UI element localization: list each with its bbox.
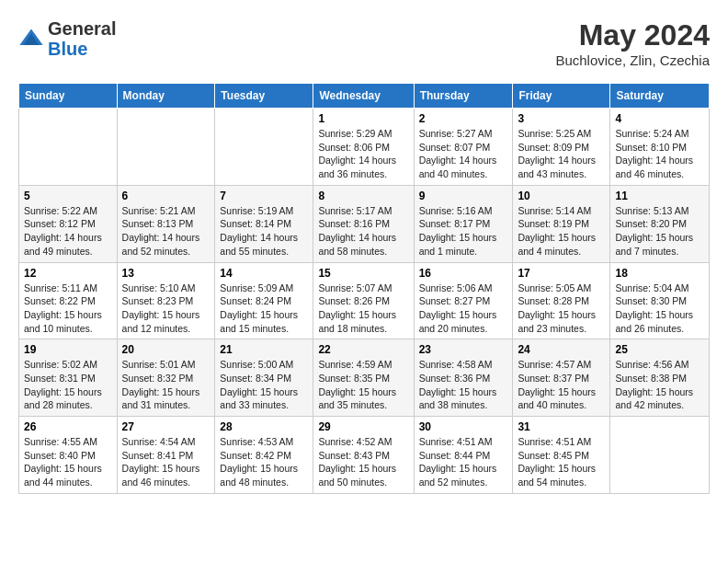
calendar-week-row: 5Sunrise: 5:22 AM Sunset: 8:12 PM Daylig…	[19, 185, 710, 262]
calendar-day-cell: 14Sunrise: 5:09 AM Sunset: 8:24 PM Dayli…	[215, 262, 313, 339]
day-number: 27	[122, 420, 210, 433]
day-number: 14	[220, 267, 308, 280]
day-number: 26	[24, 420, 112, 433]
day-info: Sunrise: 5:27 AM Sunset: 8:07 PM Dayligh…	[419, 127, 508, 181]
calendar-week-row: 26Sunrise: 4:55 AM Sunset: 8:40 PM Dayli…	[19, 417, 710, 494]
calendar-day-cell: 10Sunrise: 5:14 AM Sunset: 8:19 PM Dayli…	[513, 185, 610, 262]
calendar-day-cell: 16Sunrise: 5:06 AM Sunset: 8:27 PM Dayli…	[414, 262, 513, 339]
title-block: May 2024 Buchlovice, Zlin, Czechia	[555, 18, 710, 68]
day-number: 21	[220, 343, 308, 356]
calendar-day-cell: 29Sunrise: 4:52 AM Sunset: 8:43 PM Dayli…	[313, 417, 414, 494]
day-number: 28	[220, 420, 308, 433]
day-number: 23	[419, 343, 508, 356]
day-number: 6	[122, 190, 210, 202]
calendar-week-row: 1Sunrise: 5:29 AM Sunset: 8:06 PM Daylig…	[19, 109, 710, 186]
day-of-week-header: Friday	[513, 84, 610, 109]
day-number: 1	[318, 112, 408, 125]
calendar-day-cell: 19Sunrise: 5:02 AM Sunset: 8:31 PM Dayli…	[19, 339, 118, 417]
day-info: Sunrise: 5:01 AM Sunset: 8:32 PM Dayligh…	[122, 358, 210, 412]
calendar-day-cell: 17Sunrise: 5:05 AM Sunset: 8:28 PM Dayli…	[513, 262, 610, 339]
day-number: 11	[615, 190, 704, 202]
day-number: 10	[518, 190, 605, 202]
day-number: 25	[615, 343, 704, 356]
calendar-day-cell: 9Sunrise: 5:16 AM Sunset: 8:17 PM Daylig…	[414, 185, 513, 262]
day-number: 8	[318, 190, 408, 202]
day-info: Sunrise: 5:06 AM Sunset: 8:27 PM Dayligh…	[419, 282, 508, 336]
calendar-table: SundayMondayTuesdayWednesdayThursdayFrid…	[18, 83, 710, 494]
day-number: 2	[419, 112, 508, 125]
calendar-day-cell: 11Sunrise: 5:13 AM Sunset: 8:20 PM Dayli…	[610, 185, 710, 262]
day-number: 3	[518, 112, 605, 125]
logo: General Blue	[18, 18, 116, 59]
calendar-day-cell: 28Sunrise: 4:53 AM Sunset: 8:42 PM Dayli…	[215, 417, 313, 494]
calendar-day-cell: 21Sunrise: 5:00 AM Sunset: 8:34 PM Dayli…	[215, 339, 313, 417]
day-number: 17	[518, 267, 605, 280]
calendar-day-cell: 27Sunrise: 4:54 AM Sunset: 8:41 PM Dayli…	[117, 417, 215, 494]
calendar-day-cell: 24Sunrise: 4:57 AM Sunset: 8:37 PM Dayli…	[513, 339, 610, 417]
day-number: 24	[518, 343, 605, 356]
day-number: 22	[318, 343, 408, 356]
day-number: 13	[122, 267, 210, 280]
header-row: SundayMondayTuesdayWednesdayThursdayFrid…	[19, 84, 710, 109]
day-info: Sunrise: 5:21 AM Sunset: 8:13 PM Dayligh…	[122, 204, 210, 259]
day-number: 15	[318, 267, 408, 280]
location-subtitle: Buchlovice, Zlin, Czechia	[555, 52, 710, 68]
calendar-day-cell: 12Sunrise: 5:11 AM Sunset: 8:22 PM Dayli…	[19, 262, 118, 339]
day-of-week-header: Saturday	[610, 84, 710, 109]
day-info: Sunrise: 4:58 AM Sunset: 8:36 PM Dayligh…	[419, 358, 508, 412]
day-number: 4	[615, 112, 704, 125]
day-number: 31	[518, 420, 605, 433]
calendar-day-cell: 23Sunrise: 4:58 AM Sunset: 8:36 PM Dayli…	[414, 339, 513, 417]
calendar-day-cell	[19, 109, 118, 186]
day-info: Sunrise: 4:53 AM Sunset: 8:42 PM Dayligh…	[220, 435, 308, 489]
calendar-week-row: 19Sunrise: 5:02 AM Sunset: 8:31 PM Dayli…	[19, 339, 710, 417]
calendar-day-cell: 1Sunrise: 5:29 AM Sunset: 8:06 PM Daylig…	[313, 109, 414, 186]
day-info: Sunrise: 5:16 AM Sunset: 8:17 PM Dayligh…	[419, 204, 508, 259]
day-info: Sunrise: 4:52 AM Sunset: 8:43 PM Dayligh…	[318, 435, 408, 489]
day-number: 29	[318, 420, 408, 433]
day-info: Sunrise: 5:10 AM Sunset: 8:23 PM Dayligh…	[122, 282, 210, 336]
calendar-day-cell: 6Sunrise: 5:21 AM Sunset: 8:13 PM Daylig…	[117, 185, 215, 262]
day-number: 16	[419, 267, 508, 280]
day-info: Sunrise: 5:22 AM Sunset: 8:12 PM Dayligh…	[24, 204, 112, 259]
day-number: 7	[220, 190, 308, 202]
calendar-day-cell: 31Sunrise: 4:51 AM Sunset: 8:45 PM Dayli…	[513, 417, 610, 494]
day-number: 12	[24, 267, 112, 280]
calendar-body: 1Sunrise: 5:29 AM Sunset: 8:06 PM Daylig…	[19, 109, 710, 494]
calendar-day-cell	[117, 109, 215, 186]
day-number: 19	[24, 343, 112, 356]
logo-general: General	[48, 18, 116, 39]
day-number: 20	[122, 343, 210, 356]
day-number: 9	[419, 190, 508, 202]
day-info: Sunrise: 5:13 AM Sunset: 8:20 PM Dayligh…	[615, 204, 704, 259]
day-info: Sunrise: 5:17 AM Sunset: 8:16 PM Dayligh…	[318, 204, 408, 259]
calendar-day-cell: 15Sunrise: 5:07 AM Sunset: 8:26 PM Dayli…	[313, 262, 414, 339]
calendar-day-cell: 18Sunrise: 5:04 AM Sunset: 8:30 PM Dayli…	[610, 262, 710, 339]
calendar-day-cell: 5Sunrise: 5:22 AM Sunset: 8:12 PM Daylig…	[19, 185, 118, 262]
calendar-day-cell: 26Sunrise: 4:55 AM Sunset: 8:40 PM Dayli…	[19, 417, 118, 494]
day-number: 5	[24, 190, 112, 202]
logo-text: General Blue	[48, 18, 116, 59]
day-info: Sunrise: 4:51 AM Sunset: 8:45 PM Dayligh…	[518, 435, 605, 489]
day-info: Sunrise: 5:29 AM Sunset: 8:06 PM Dayligh…	[318, 127, 408, 181]
day-of-week-header: Sunday	[19, 84, 118, 109]
day-info: Sunrise: 5:02 AM Sunset: 8:31 PM Dayligh…	[24, 358, 112, 412]
day-info: Sunrise: 5:11 AM Sunset: 8:22 PM Dayligh…	[24, 282, 112, 336]
calendar-day-cell: 25Sunrise: 4:56 AM Sunset: 8:38 PM Dayli…	[610, 339, 710, 417]
day-info: Sunrise: 4:56 AM Sunset: 8:38 PM Dayligh…	[615, 358, 704, 412]
day-info: Sunrise: 4:57 AM Sunset: 8:37 PM Dayligh…	[518, 358, 605, 412]
day-of-week-header: Wednesday	[313, 84, 414, 109]
calendar-day-cell: 13Sunrise: 5:10 AM Sunset: 8:23 PM Dayli…	[117, 262, 215, 339]
logo-icon	[18, 26, 44, 52]
calendar-day-cell: 30Sunrise: 4:51 AM Sunset: 8:44 PM Dayli…	[414, 417, 513, 494]
day-info: Sunrise: 4:51 AM Sunset: 8:44 PM Dayligh…	[419, 435, 508, 489]
day-info: Sunrise: 4:55 AM Sunset: 8:40 PM Dayligh…	[24, 435, 112, 489]
day-of-week-header: Monday	[117, 84, 215, 109]
logo-blue: Blue	[48, 39, 116, 59]
day-info: Sunrise: 5:05 AM Sunset: 8:28 PM Dayligh…	[518, 282, 605, 336]
calendar-day-cell: 20Sunrise: 5:01 AM Sunset: 8:32 PM Dayli…	[117, 339, 215, 417]
day-number: 18	[615, 267, 704, 280]
day-info: Sunrise: 4:54 AM Sunset: 8:41 PM Dayligh…	[122, 435, 210, 489]
day-of-week-header: Tuesday	[215, 84, 313, 109]
day-number: 30	[419, 420, 508, 433]
